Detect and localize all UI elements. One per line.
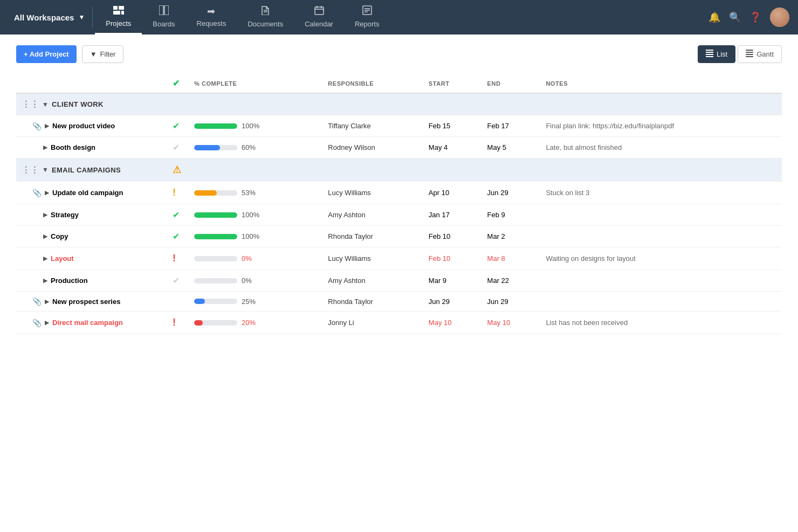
progress-bar (194, 212, 237, 218)
task-end: Mar 22 (482, 270, 541, 292)
task-start: May 4 (423, 137, 482, 158)
section-status (167, 93, 189, 115)
progress-wrap: 100% (194, 122, 317, 130)
task-start: Feb 10 (423, 247, 482, 270)
avatar-image (770, 8, 789, 27)
task-notes (540, 292, 782, 312)
workspace-label: All Workspaces (14, 13, 74, 22)
filter-icon: ▼ (90, 50, 97, 58)
documents-label: Documents (247, 20, 283, 28)
warning-icon: ⚠ (173, 164, 181, 175)
toolbar-left: + Add Project ▼ Filter (16, 45, 123, 63)
progress-bar (194, 145, 237, 150)
expand-icon[interactable]: ▶ (45, 319, 49, 326)
task-name: Strategy (51, 211, 79, 219)
reports-icon (362, 5, 372, 18)
task-check[interactable]: ! (167, 182, 189, 204)
gantt-view-button[interactable]: Gantt (738, 45, 782, 63)
documents-icon (260, 5, 270, 18)
workspace-selector[interactable]: All Workspaces ▼ (9, 10, 90, 25)
expand-icon[interactable]: ▶ (43, 277, 47, 284)
task-check[interactable]: ✔ (167, 270, 189, 292)
svg-rect-4 (159, 5, 163, 15)
help-button[interactable]: ❓ (749, 11, 761, 23)
chevron-down-icon: ▼ (78, 13, 85, 21)
pct-text: 60% (242, 143, 260, 151)
task-row-direct-mail-campaign[interactable]: 📎 ▶ Direct mail campaign ! 20% Jonny Li … (16, 312, 782, 334)
notifications-button[interactable]: 🔔 (708, 11, 720, 23)
expand-icon[interactable]: ▶ (43, 233, 47, 240)
avatar[interactable] (770, 8, 789, 27)
task-end: May 5 (482, 137, 541, 158)
svg-rect-21 (746, 52, 753, 53)
task-notes (540, 204, 782, 226)
task-check[interactable]: ✔ (167, 226, 189, 247)
expand-icon[interactable]: ▶ (45, 122, 49, 129)
pct-text: 25% (242, 298, 260, 306)
expand-icon[interactable]: ▶ (43, 144, 47, 151)
section-collapse-icon[interactable]: ▼ (42, 101, 49, 108)
add-project-button[interactable]: + Add Project (16, 45, 77, 63)
progress-wrap: 20% (194, 319, 317, 327)
task-start: Apr 10 (423, 182, 482, 204)
nav-item-documents[interactable]: Documents (237, 0, 294, 34)
task-row-copy[interactable]: ▶ Copy ✔ 100% Rhonda Taylor Feb 10 Mar 2 (16, 226, 782, 247)
task-check[interactable]: ✔ (167, 137, 189, 158)
list-view-button[interactable]: List (698, 45, 735, 63)
svg-rect-2 (113, 11, 120, 15)
nav-item-calendar[interactable]: Calendar (294, 0, 344, 34)
task-check[interactable] (167, 292, 189, 312)
nav-item-reports[interactable]: Reports (344, 0, 390, 34)
progress-bar (194, 256, 237, 261)
task-row-update-old-campaign[interactable]: 📎 ▶ Update old campaign ! 53% Lucy Willi… (16, 182, 782, 204)
filter-button[interactable]: ▼ Filter (82, 45, 124, 63)
calendar-icon (314, 5, 324, 18)
task-check[interactable]: ✔ (167, 115, 189, 137)
task-name-cell: 📎 ▶ Update old campaign (16, 182, 167, 204)
task-start: May 10 (423, 312, 482, 334)
expand-icon[interactable]: ▶ (43, 211, 47, 218)
task-row-production[interactable]: ▶ Production ✔ 0% Amy Ashton Mar 9 Mar 2… (16, 270, 782, 292)
task-row-strategy[interactable]: ▶ Strategy ✔ 100% Amy Ashton Jan 17 Feb … (16, 204, 782, 226)
task-notes: Final plan link: https://biz.edu/finalpl… (540, 115, 782, 137)
task-progress: 60% (189, 137, 322, 158)
task-check[interactable]: ✔ (167, 204, 189, 226)
task-row-layout[interactable]: ▶ Layout ! 0% Lucy Williams Feb 10 Mar 8… (16, 247, 782, 270)
task-notes: List has not been received (540, 312, 782, 334)
search-button[interactable]: 🔍 (729, 11, 741, 23)
section-status: ⚠ (167, 158, 189, 182)
expand-icon[interactable]: ▶ (45, 189, 49, 196)
task-row-new-product-video[interactable]: 📎 ▶ New product video ✔ 100% Tiffany Cla… (16, 115, 782, 137)
view-switcher: List Gantt (698, 45, 782, 63)
task-progress: 100% (189, 204, 322, 226)
task-check[interactable]: ! (167, 312, 189, 334)
expand-icon[interactable]: ▶ (43, 255, 47, 262)
requests-icon: ➡ (207, 5, 215, 17)
pct-text: 100% (242, 232, 260, 240)
section-collapse-icon[interactable]: ▼ (42, 166, 49, 174)
task-name-cell: 📎 ▶ New prospect series (16, 292, 167, 312)
task-row-booth-design[interactable]: ▶ Booth design ✔ 60% Rodney Wilson May 4… (16, 137, 782, 158)
task-responsible: Rhonda Taylor (322, 292, 423, 312)
svg-rect-23 (746, 56, 753, 57)
nav-item-projects[interactable]: Projects (95, 0, 142, 34)
col-header-check: ✔ (167, 74, 189, 93)
task-check[interactable]: ! (167, 247, 189, 270)
col-header-notes: NOTES (540, 74, 782, 93)
svg-rect-3 (121, 11, 124, 15)
expand-icon[interactable]: ▶ (45, 298, 49, 305)
section-email-campaigns[interactable]: ⋮⋮ ▼ EMAIL CAMPAIGNS ⚠ (16, 158, 782, 182)
progress-bar (194, 299, 237, 304)
gantt-icon (746, 50, 753, 59)
task-progress: 100% (189, 115, 322, 137)
nav-item-boards[interactable]: Boards (142, 0, 185, 34)
task-progress: 25% (189, 292, 322, 312)
task-row-new-prospect-series[interactable]: 📎 ▶ New prospect series 25% Rhonda Taylo… (16, 292, 782, 312)
nav-item-requests[interactable]: ➡ Requests (186, 0, 237, 34)
task-name-cell: 📎 ▶ Direct mail campaign (16, 312, 167, 334)
task-name-cell: ▶ Layout (16, 247, 167, 270)
section-client-work[interactable]: ⋮⋮ ▼ CLIENT WORK (16, 93, 782, 115)
progress-bar (194, 320, 237, 326)
section-drag-handle: ⋮⋮ (22, 165, 39, 175)
svg-rect-1 (119, 6, 124, 10)
